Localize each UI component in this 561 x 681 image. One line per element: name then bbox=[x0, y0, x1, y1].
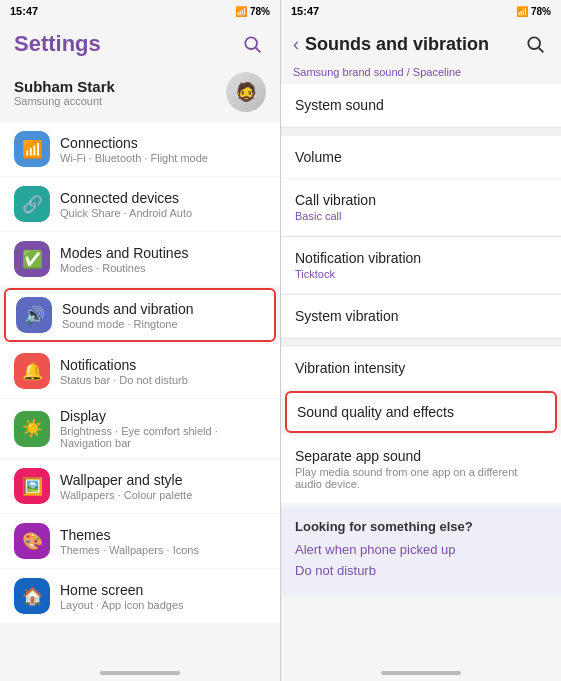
sub-sounds: Sound mode · Ringtone bbox=[62, 318, 264, 330]
right-item-separate-app[interactable]: Separate app soundPlay media sound from … bbox=[281, 435, 561, 503]
left-status-bar: 15:47 📶 78% bbox=[0, 0, 280, 22]
svg-line-1 bbox=[256, 48, 261, 53]
settings-item-modes[interactable]: ✅ Modes and Routines Modes · Routines bbox=[0, 232, 280, 286]
right-list: System soundVolumeCall vibrationBasic ca… bbox=[281, 84, 561, 665]
right-label-vibration-intensity: Vibration intensity bbox=[295, 360, 547, 376]
right-label-separate-app: Separate app sound bbox=[295, 448, 547, 464]
settings-item-themes[interactable]: 🎨 Themes Themes · Wallpapers · Icons bbox=[0, 514, 280, 568]
right-label-sound-quality: Sound quality and effects bbox=[297, 404, 545, 420]
label-themes: Themes bbox=[60, 527, 266, 543]
search-button[interactable] bbox=[238, 30, 266, 58]
settings-title: Settings bbox=[14, 31, 101, 57]
right-signal-icon: 📶 bbox=[516, 6, 528, 17]
sub-home: Layout · App icon badges bbox=[60, 599, 266, 611]
text-wallpaper: Wallpaper and style Wallpapers · Colour … bbox=[60, 472, 266, 501]
right-bottom-indicator bbox=[381, 671, 461, 675]
right-label-system-vibration: System vibration bbox=[295, 308, 547, 324]
text-connections: Connections Wi-Fi · Bluetooth · Flight m… bbox=[60, 135, 266, 164]
right-status-icons: 📶 78% bbox=[516, 6, 551, 17]
user-info: Subham Stark Samsung account bbox=[14, 78, 226, 107]
svg-point-0 bbox=[245, 37, 257, 49]
right-label-system-sound: System sound bbox=[295, 97, 547, 113]
icon-modes: ✅ bbox=[14, 241, 50, 277]
sub-display: Brightness · Eye comfort shield · Naviga… bbox=[60, 425, 266, 449]
right-item-notification-vibration[interactable]: Notification vibrationTicktock bbox=[281, 237, 561, 293]
breadcrumb: Samsung brand sound / Spaceline bbox=[281, 64, 561, 84]
settings-item-home[interactable]: 🏠 Home screen Layout · App icon badges bbox=[0, 569, 280, 623]
svg-line-3 bbox=[539, 48, 544, 53]
right-label-volume: Volume bbox=[295, 149, 547, 165]
looking-section: Looking for something else?Alert when ph… bbox=[281, 507, 561, 596]
right-sub-separate-app: Play media sound from one app on a diffe… bbox=[295, 466, 547, 490]
text-modes: Modes and Routines Modes · Routines bbox=[60, 245, 266, 274]
right-status-bar: 15:47 📶 78% bbox=[281, 0, 561, 22]
sub-themes: Themes · Wallpapers · Icons bbox=[60, 544, 266, 556]
left-status-icons: 📶 78% bbox=[235, 6, 270, 17]
sub-wallpaper: Wallpapers · Colour palette bbox=[60, 489, 266, 501]
left-time: 15:47 bbox=[10, 5, 38, 17]
right-sub-call-vibration: Basic call bbox=[295, 210, 547, 222]
avatar: 🧔 bbox=[226, 72, 266, 112]
settings-list: 📶 Connections Wi-Fi · Bluetooth · Flight… bbox=[0, 122, 280, 665]
text-themes: Themes Themes · Wallpapers · Icons bbox=[60, 527, 266, 556]
right-item-system-sound[interactable]: System sound bbox=[281, 84, 561, 126]
settings-item-connections[interactable]: 📶 Connections Wi-Fi · Bluetooth · Flight… bbox=[0, 122, 280, 176]
right-battery: 78% bbox=[531, 6, 551, 17]
icon-sounds: 🔊 bbox=[16, 297, 52, 333]
user-section[interactable]: Subham Stark Samsung account 🧔 bbox=[0, 64, 280, 120]
icon-connected-devices: 🔗 bbox=[14, 186, 50, 222]
text-sounds: Sounds and vibration Sound mode · Ringto… bbox=[62, 301, 264, 330]
separator-5 bbox=[281, 339, 561, 347]
svg-point-2 bbox=[528, 37, 540, 49]
right-search-button[interactable] bbox=[521, 30, 549, 58]
right-item-vibration-intensity[interactable]: Vibration intensity bbox=[281, 347, 561, 389]
text-connected-devices: Connected devices Quick Share · Android … bbox=[60, 190, 266, 219]
icon-themes: 🎨 bbox=[14, 523, 50, 559]
right-label-call-vibration: Call vibration bbox=[295, 192, 547, 208]
settings-item-display[interactable]: ☀️ Display Brightness · Eye comfort shie… bbox=[0, 399, 280, 458]
text-display: Display Brightness · Eye comfort shield … bbox=[60, 408, 266, 449]
left-header: Settings bbox=[0, 22, 280, 64]
right-item-sound-quality[interactable]: Sound quality and effects bbox=[285, 391, 557, 433]
label-notifications: Notifications bbox=[60, 357, 266, 373]
sub-connections: Wi-Fi · Bluetooth · Flight mode bbox=[60, 152, 266, 164]
right-item-volume[interactable]: Volume bbox=[281, 136, 561, 178]
left-battery: 78% bbox=[250, 6, 270, 17]
user-name: Subham Stark bbox=[14, 78, 226, 95]
settings-item-connected-devices[interactable]: 🔗 Connected devices Quick Share · Androi… bbox=[0, 177, 280, 231]
bottom-indicator bbox=[100, 671, 180, 675]
settings-item-notifications[interactable]: 🔔 Notifications Status bar · Do not dist… bbox=[0, 344, 280, 398]
sub-connected-devices: Quick Share · Android Auto bbox=[60, 207, 266, 219]
label-home: Home screen bbox=[60, 582, 266, 598]
user-sub: Samsung account bbox=[14, 95, 226, 107]
text-notifications: Notifications Status bar · Do not distur… bbox=[60, 357, 266, 386]
right-title-row: ‹ Sounds and vibration bbox=[293, 34, 489, 55]
right-time: 15:47 bbox=[291, 5, 319, 17]
looking-title: Looking for something else? bbox=[295, 519, 547, 534]
right-header: ‹ Sounds and vibration bbox=[281, 22, 561, 64]
label-sounds: Sounds and vibration bbox=[62, 301, 264, 317]
left-panel: 15:47 📶 78% Settings Subham Stark Samsun… bbox=[0, 0, 280, 681]
label-display: Display bbox=[60, 408, 266, 424]
settings-item-sounds[interactable]: 🔊 Sounds and vibration Sound mode · Ring… bbox=[4, 288, 276, 342]
right-item-call-vibration[interactable]: Call vibrationBasic call bbox=[281, 179, 561, 235]
icon-notifications: 🔔 bbox=[14, 353, 50, 389]
looking-link-0[interactable]: Alert when phone picked up bbox=[295, 542, 547, 557]
icon-home: 🏠 bbox=[14, 578, 50, 614]
looking-link-1[interactable]: Do not disturb bbox=[295, 563, 547, 578]
text-home: Home screen Layout · App icon badges bbox=[60, 582, 266, 611]
label-wallpaper: Wallpaper and style bbox=[60, 472, 266, 488]
settings-item-wallpaper[interactable]: 🖼️ Wallpaper and style Wallpapers · Colo… bbox=[0, 459, 280, 513]
label-connections: Connections bbox=[60, 135, 266, 151]
right-item-system-vibration[interactable]: System vibration bbox=[281, 295, 561, 337]
right-label-notification-vibration: Notification vibration bbox=[295, 250, 547, 266]
icon-display: ☀️ bbox=[14, 411, 50, 447]
right-sub-notification-vibration: Ticktock bbox=[295, 268, 547, 280]
sub-notifications: Status bar · Do not disturb bbox=[60, 374, 266, 386]
sub-modes: Modes · Routines bbox=[60, 262, 266, 274]
left-signal-icon: 📶 bbox=[235, 6, 247, 17]
icon-connections: 📶 bbox=[14, 131, 50, 167]
icon-wallpaper: 🖼️ bbox=[14, 468, 50, 504]
label-modes: Modes and Routines bbox=[60, 245, 266, 261]
back-button[interactable]: ‹ bbox=[293, 34, 299, 55]
